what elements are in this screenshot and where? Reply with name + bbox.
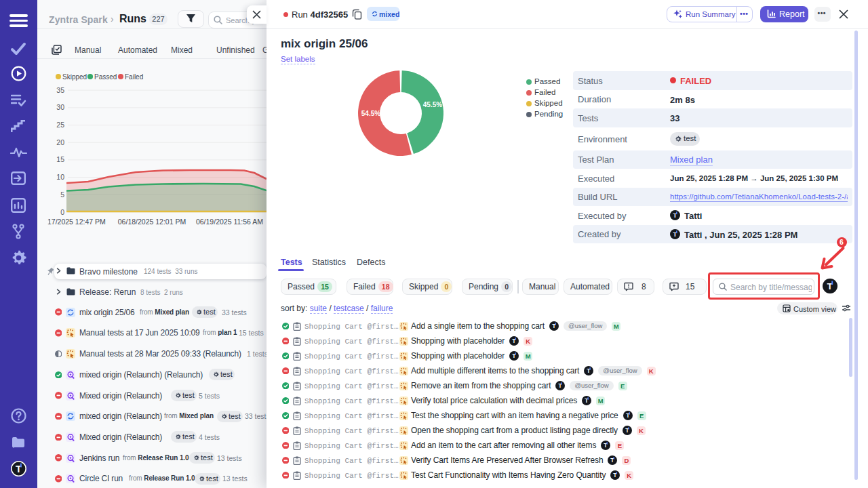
svg-text:5: 5 (60, 190, 64, 199)
svg-text:15: 15 (56, 155, 64, 163)
svg-text:45.5%: 45.5% (423, 101, 442, 108)
svg-text:30: 30 (56, 103, 64, 111)
svg-text:06/19/2025 11:56 AM: 06/19/2025 11:56 AM (196, 218, 263, 226)
svg-text:20: 20 (56, 138, 64, 146)
svg-text:10: 10 (56, 173, 64, 181)
svg-text:06/18/2025 12:01 PM: 06/18/2025 12:01 PM (118, 218, 186, 226)
svg-text:25: 25 (56, 121, 64, 129)
svg-text:0: 0 (60, 208, 64, 216)
svg-text:17/2025 12:47 PM: 17/2025 12:47 PM (47, 218, 106, 226)
svg-text:35: 35 (56, 86, 64, 94)
svg-text:54.5%: 54.5% (361, 110, 380, 117)
